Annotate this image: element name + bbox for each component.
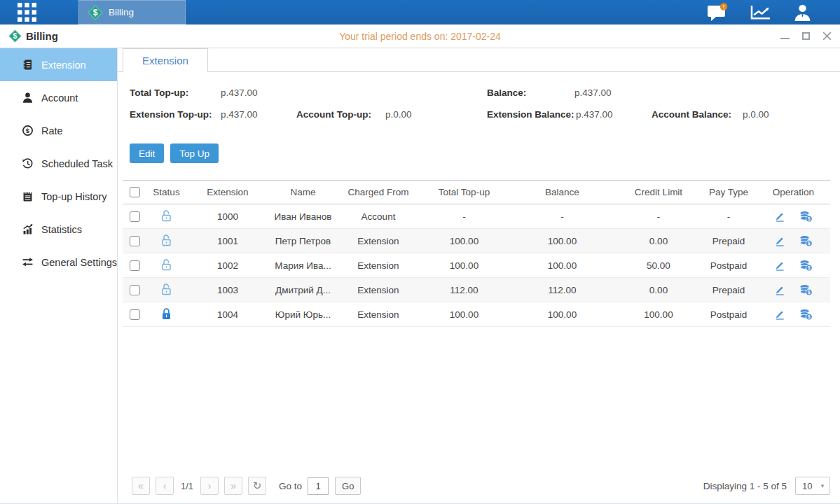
status-lock-icon[interactable] bbox=[160, 307, 172, 320]
col-operation: Operation bbox=[757, 181, 830, 204]
notepad-icon bbox=[21, 190, 34, 202]
book-icon bbox=[21, 59, 34, 71]
window-title-group: $ Billing bbox=[8, 29, 191, 43]
billing-diamond-icon: $ bbox=[8, 29, 22, 43]
trial-notice: Your trial period ends on: 2017-02-24 bbox=[191, 31, 649, 42]
edit-pencil-icon[interactable] bbox=[774, 284, 785, 295]
sidebar-item-statistics[interactable]: Statistics bbox=[0, 213, 117, 246]
status-lock-icon[interactable] bbox=[160, 283, 172, 295]
row-checkbox[interactable] bbox=[130, 211, 140, 222]
select-all-checkbox[interactable] bbox=[130, 187, 140, 197]
dollar-coin-icon: $ bbox=[21, 125, 34, 136]
cell-name: Дмитрий Д... bbox=[270, 278, 336, 302]
cell-extension: 1003 bbox=[186, 278, 270, 302]
topup-coins-icon[interactable]: $ bbox=[799, 309, 813, 321]
sidebar-item-account[interactable]: Account bbox=[0, 81, 117, 114]
message-icon[interactable]: ! bbox=[706, 3, 729, 22]
sidebar-item-label: Extension bbox=[41, 59, 86, 71]
sidebar-item-topup-history[interactable]: Top-up History bbox=[0, 180, 117, 213]
sidebar: Extension Account $ Rate bbox=[0, 48, 118, 503]
extension-topup-value: p.437.00 bbox=[221, 109, 258, 120]
edit-button[interactable]: Edit bbox=[130, 144, 164, 163]
sidebar-item-scheduled-task[interactable]: Scheduled Task bbox=[0, 147, 117, 180]
account-topup-value: p.0.00 bbox=[385, 109, 412, 120]
cell-total-topup: - bbox=[420, 204, 508, 229]
first-page-button[interactable]: « bbox=[132, 477, 150, 495]
cell-extension: 1004 bbox=[186, 302, 270, 327]
cell-balance: 100.00 bbox=[508, 229, 617, 253]
edit-pencil-icon[interactable] bbox=[774, 309, 785, 320]
cell-credit-limit: 0.00 bbox=[617, 278, 701, 302]
topup-button[interactable]: Top Up bbox=[170, 144, 219, 163]
apps-grid-glyph bbox=[18, 3, 36, 22]
sidebar-item-rate[interactable]: $ Rate bbox=[0, 114, 117, 147]
topbar-tab-label: Billing bbox=[109, 7, 134, 18]
svg-text:$: $ bbox=[808, 265, 811, 270]
apps-grid-icon[interactable] bbox=[0, 0, 53, 24]
pagination-bar: « ‹ 1/1 › » ↻ Go to Go Displaying 1 - 5 … bbox=[118, 477, 840, 503]
topup-coins-icon[interactable]: $ bbox=[799, 211, 813, 223]
user-icon[interactable] bbox=[793, 3, 812, 22]
refresh-icon[interactable]: ↻ bbox=[248, 477, 266, 495]
prev-page-button[interactable]: ‹ bbox=[156, 477, 174, 495]
billing-app-window: $ Billing ! bbox=[0, 0, 840, 504]
svg-text:$: $ bbox=[13, 32, 18, 40]
balance-label: Balance: bbox=[487, 88, 526, 98]
account-topup-label: Account Top-up: bbox=[296, 109, 371, 120]
cell-pay-type: Postpaid bbox=[701, 253, 757, 278]
unlocked-icon bbox=[160, 283, 172, 295]
balance-value: p.437.00 bbox=[574, 88, 612, 98]
goto-page-input[interactable] bbox=[308, 477, 329, 495]
window-controls bbox=[649, 31, 832, 41]
person-icon bbox=[21, 92, 34, 104]
extension-table: Status Extension Name Charged From Total… bbox=[123, 180, 830, 327]
minimize-icon[interactable] bbox=[780, 34, 790, 39]
status-lock-icon[interactable] bbox=[160, 209, 172, 222]
table-row: 1004 Юрий Юрь... Extension 100.00 100.00… bbox=[123, 302, 830, 327]
next-page-button[interactable]: › bbox=[200, 477, 219, 495]
cell-charged-from: Account bbox=[336, 204, 420, 229]
summary-panel: Total Top-up: p.437.00 Balance: p.437.00… bbox=[118, 82, 840, 135]
edit-pencil-icon[interactable] bbox=[774, 260, 785, 271]
svg-text:$: $ bbox=[808, 289, 811, 295]
page-size-select[interactable]: 10 ▼ bbox=[795, 477, 830, 495]
svg-text:!: ! bbox=[723, 4, 725, 10]
edit-pencil-icon[interactable] bbox=[774, 211, 785, 222]
status-lock-icon[interactable] bbox=[160, 258, 172, 271]
edit-pencil-icon[interactable] bbox=[774, 235, 785, 246]
topup-coins-icon[interactable]: $ bbox=[799, 235, 813, 247]
col-pay-type: Pay Type bbox=[701, 181, 757, 204]
row-checkbox[interactable] bbox=[130, 236, 140, 246]
monitor-chart-icon[interactable] bbox=[750, 4, 772, 21]
cell-name: Петр Петров bbox=[270, 229, 336, 253]
tab-extension[interactable]: Extension bbox=[123, 48, 208, 72]
col-credit-limit: Credit Limit bbox=[617, 181, 701, 204]
table-row: 1001 Петр Петров Extension 100.00 100.00… bbox=[123, 229, 830, 253]
topup-coins-icon[interactable]: $ bbox=[799, 260, 813, 272]
table-header-row: Status Extension Name Charged From Total… bbox=[123, 181, 830, 204]
topbar-right-icons: ! bbox=[706, 3, 840, 22]
topbar-tab-billing[interactable]: $ Billing bbox=[78, 0, 186, 24]
row-checkbox[interactable] bbox=[130, 285, 140, 295]
col-balance: Balance bbox=[508, 181, 617, 204]
row-checkbox[interactable] bbox=[130, 309, 140, 320]
svg-text:$: $ bbox=[25, 127, 29, 134]
close-icon[interactable] bbox=[822, 31, 832, 41]
cell-credit-limit: 50.00 bbox=[617, 253, 701, 278]
cell-name: Иван Иванов bbox=[270, 204, 336, 229]
displaying-text: Displaying 1 - 5 of 5 bbox=[703, 481, 787, 491]
sidebar-item-general-settings[interactable]: General Settings bbox=[0, 246, 117, 279]
sidebar-item-extension[interactable]: Extension bbox=[0, 48, 117, 81]
go-button[interactable]: Go bbox=[335, 477, 361, 495]
status-lock-icon[interactable] bbox=[160, 234, 172, 246]
topup-coins-icon[interactable]: $ bbox=[799, 284, 813, 296]
account-balance-value: p.0.00 bbox=[743, 109, 769, 120]
last-page-button[interactable]: » bbox=[224, 477, 242, 495]
table-row: 1003 Дмитрий Д... Extension 112.00 112.0… bbox=[123, 278, 830, 302]
sidebar-item-label: Scheduled Task bbox=[41, 158, 113, 169]
col-total-topup: Total Top-up bbox=[420, 181, 508, 204]
cell-charged-from: Extension bbox=[336, 302, 420, 327]
maximize-icon[interactable] bbox=[802, 32, 810, 40]
top-bar: $ Billing ! bbox=[0, 0, 840, 24]
row-checkbox[interactable] bbox=[130, 260, 140, 271]
